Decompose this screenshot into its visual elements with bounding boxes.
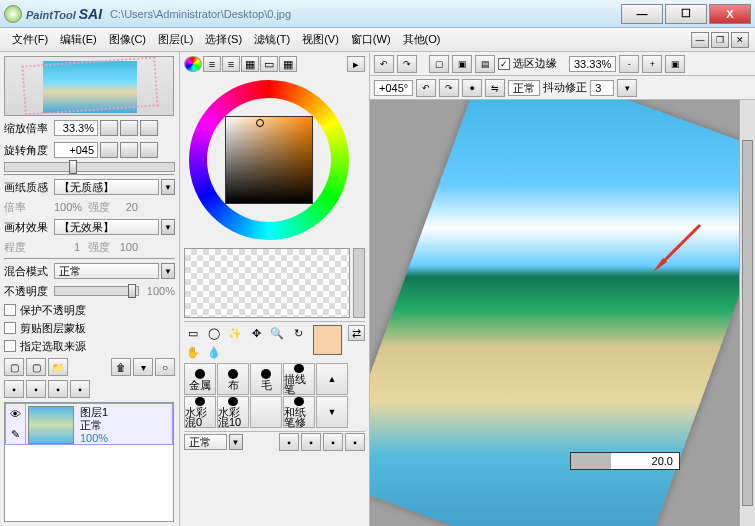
- window-maximize-button[interactable]: ☐: [665, 4, 707, 24]
- window-minimize-button[interactable]: —: [621, 4, 663, 24]
- canvas-zoom-field[interactable]: 33.33%: [569, 56, 616, 72]
- layer-item[interactable]: 👁 ✎ 图层1 正常 100%: [5, 403, 173, 445]
- rotation-value[interactable]: +045: [54, 142, 98, 158]
- canvas-rotate-cw[interactable]: ↷: [439, 79, 459, 97]
- delete-layer-button[interactable]: 🗑: [111, 358, 131, 376]
- swatch-scrollbar[interactable]: [353, 248, 365, 318]
- doc-minimize-button[interactable]: —: [691, 32, 709, 48]
- gray-tab[interactable]: ▦: [241, 56, 259, 72]
- doc-close-button[interactable]: ✕: [731, 32, 749, 48]
- rotate-reset-button[interactable]: [140, 142, 158, 158]
- stabilizer-toggle[interactable]: ▾: [617, 79, 637, 97]
- navigator-thumbnail[interactable]: [4, 56, 174, 116]
- menu-edit[interactable]: 编辑(E): [54, 30, 103, 49]
- brush-opt-2[interactable]: ▪: [301, 433, 321, 451]
- rgb-slider-tab[interactable]: ≡: [203, 56, 221, 72]
- swatch-panel[interactable]: [184, 248, 350, 318]
- navigator-slider[interactable]: [4, 162, 175, 172]
- brush-watercolor-0[interactable]: 水彩混0: [184, 396, 216, 428]
- blend-mode-select[interactable]: 正常: [54, 263, 159, 279]
- merge-down-button[interactable]: ▾: [133, 358, 153, 376]
- menu-file[interactable]: 文件(F): [6, 30, 54, 49]
- canvas-zoom-out[interactable]: -: [619, 55, 639, 73]
- brush-washi[interactable]: 和纸笔修: [283, 396, 315, 428]
- chevron-down-icon[interactable]: ▼: [161, 219, 175, 235]
- clipping-mask-checkbox[interactable]: [4, 322, 16, 334]
- flatten-button[interactable]: ▪: [26, 380, 46, 398]
- paper-texture-select[interactable]: 【无质感】: [54, 179, 159, 195]
- opacity-slider[interactable]: [54, 286, 139, 296]
- brush-watercolor-10[interactable]: 水彩混10: [217, 396, 249, 428]
- lasso-tool[interactable]: ◯: [205, 325, 223, 341]
- panel-toggle-button[interactable]: ▸: [347, 56, 365, 72]
- stabilizer-value[interactable]: 3: [590, 80, 614, 96]
- sv-picker[interactable]: [225, 116, 313, 204]
- mask-button[interactable]: ▪: [48, 380, 68, 398]
- redo-button[interactable]: ↷: [397, 55, 417, 73]
- canvas-zoom-fit[interactable]: ▣: [665, 55, 685, 73]
- rotate-cw-button[interactable]: [120, 142, 138, 158]
- rotate-ccw-button[interactable]: [100, 142, 118, 158]
- brush-scroll-down[interactable]: ▼: [316, 396, 348, 428]
- brush-mode-select[interactable]: 正常: [184, 434, 227, 450]
- color-picker-tool[interactable]: 💧: [205, 344, 223, 360]
- chevron-down-icon[interactable]: ▼: [229, 434, 243, 450]
- canvas-rotate-ccw[interactable]: ↶: [416, 79, 436, 97]
- new-layer-button[interactable]: ▢: [4, 358, 24, 376]
- brush-size-indicator[interactable]: 20.0: [570, 452, 680, 470]
- canvas-rotation-field[interactable]: +045°: [374, 80, 413, 96]
- canvas-flip-h[interactable]: ⇋: [485, 79, 505, 97]
- doc-restore-button[interactable]: ❐: [711, 32, 729, 48]
- zoom-reset-button[interactable]: [140, 120, 158, 136]
- menu-view[interactable]: 视图(V): [296, 30, 345, 49]
- transfer-down-button[interactable]: ▪: [4, 380, 24, 398]
- canvas-rotate-reset[interactable]: ●: [462, 79, 482, 97]
- foreground-color[interactable]: [313, 325, 342, 355]
- color-wheel-tab[interactable]: [184, 56, 202, 72]
- chevron-down-icon[interactable]: ▼: [161, 263, 175, 279]
- zoom-value[interactable]: 33.3%: [54, 120, 98, 136]
- brush-opt-1[interactable]: ▪: [279, 433, 299, 451]
- menu-image[interactable]: 图像(C): [103, 30, 152, 49]
- menu-layer[interactable]: 图层(L): [152, 30, 199, 49]
- canvas-viewport[interactable]: 20.0: [370, 100, 755, 526]
- zoom-out-button[interactable]: [100, 120, 118, 136]
- menu-other[interactable]: 其他(O): [397, 30, 447, 49]
- pen-icon[interactable]: ✎: [6, 424, 25, 444]
- swatch-tab[interactable]: ▭: [260, 56, 278, 72]
- move-tool[interactable]: ✥: [247, 325, 265, 341]
- brush-metal[interactable]: 金属: [184, 363, 216, 395]
- color-wheel[interactable]: [184, 75, 354, 245]
- selection-edge-checkbox[interactable]: ✓: [498, 58, 510, 70]
- zoom-tool[interactable]: 🔍: [268, 325, 286, 341]
- canvas-vertical-scrollbar[interactable]: [739, 100, 755, 526]
- rect-select-tool[interactable]: ▭: [184, 325, 202, 341]
- material-effect-select[interactable]: 【无效果】: [54, 219, 159, 235]
- canvas-mode-field[interactable]: 正常: [508, 80, 540, 96]
- menu-select[interactable]: 选择(S): [199, 30, 248, 49]
- brush-cloth[interactable]: 布: [217, 363, 249, 395]
- new-vector-layer-button[interactable]: ▢: [26, 358, 46, 376]
- brush-opt-3[interactable]: ▪: [323, 433, 343, 451]
- swap-colors-button[interactable]: ⇄: [348, 325, 365, 341]
- brush-opt-4[interactable]: ▪: [345, 433, 365, 451]
- brush-scroll-up[interactable]: ▲: [316, 363, 348, 395]
- clear-layer-button[interactable]: ○: [155, 358, 175, 376]
- show-select-button[interactable]: ▤: [475, 55, 495, 73]
- undo-button[interactable]: ↶: [374, 55, 394, 73]
- new-folder-button[interactable]: 📁: [48, 358, 68, 376]
- menu-window[interactable]: 窗口(W): [345, 30, 397, 49]
- chevron-down-icon[interactable]: ▼: [161, 179, 175, 195]
- brush-lineart[interactable]: 描线笔: [283, 363, 315, 395]
- hsv-slider-tab[interactable]: ≡: [222, 56, 240, 72]
- window-close-button[interactable]: X: [709, 4, 751, 24]
- apply-mask-button[interactable]: ▪: [70, 380, 90, 398]
- invert-select-button[interactable]: ▣: [452, 55, 472, 73]
- menu-filter[interactable]: 滤镜(T): [248, 30, 296, 49]
- selection-source-checkbox[interactable]: [4, 340, 16, 352]
- eye-icon[interactable]: 👁: [6, 404, 25, 424]
- magic-wand-tool[interactable]: ✨: [226, 325, 244, 341]
- brush-empty[interactable]: [250, 396, 282, 428]
- zoom-in-button[interactable]: [120, 120, 138, 136]
- scratchpad-tab[interactable]: ▦: [279, 56, 297, 72]
